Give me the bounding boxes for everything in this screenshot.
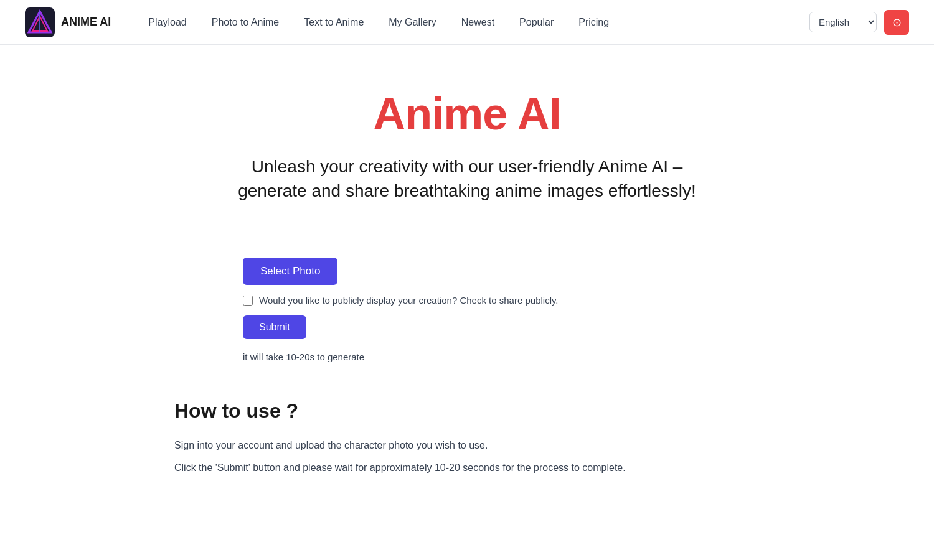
submit-button[interactable]: Submit (243, 315, 306, 339)
nav-link-playload[interactable]: Playload (148, 17, 186, 28)
how-to-use-section: How to use ? Sign into your account and … (125, 399, 809, 475)
public-share-row: Would you like to publicly display your … (243, 295, 559, 306)
language-select[interactable]: English Japanese Chinese Korean Spanish (809, 12, 877, 32)
login-button[interactable]: ⊙ (884, 10, 909, 35)
hero-section: Anime AI Unleash your creativity with ou… (0, 45, 934, 258)
public-share-checkbox[interactable] (243, 296, 253, 306)
select-photo-button[interactable]: Select Photo (243, 258, 337, 285)
nav-links: Playload Photo to Anime Text to Anime My… (148, 17, 809, 28)
nav-link-photo-to-anime[interactable]: Photo to Anime (212, 17, 280, 28)
list-item: Click the 'Submit' button and please wai… (174, 460, 760, 476)
navbar: ANIME AI Playload Photo to Anime Text to… (0, 0, 934, 45)
upload-form: Select Photo Would you like to publicly … (218, 258, 716, 362)
how-to-use-title: How to use ? (174, 399, 760, 422)
hero-subtitle: Unleash your creativity with our user-fr… (224, 154, 710, 203)
brand-logo-link[interactable]: ANIME AI (25, 7, 111, 37)
nav-link-my-gallery[interactable]: My Gallery (389, 17, 436, 28)
navbar-right: English Japanese Chinese Korean Spanish … (809, 10, 909, 35)
step-1-text: Sign into your account and upload the ch… (174, 440, 488, 450)
generate-note: it will take 10-20s to generate (243, 352, 364, 362)
public-share-label[interactable]: Would you like to publicly display your … (259, 295, 559, 306)
how-to-use-list: Sign into your account and upload the ch… (174, 437, 760, 475)
login-icon: ⊙ (892, 16, 902, 29)
nav-link-popular[interactable]: Popular (519, 17, 554, 28)
brand-name: ANIME AI (61, 16, 111, 29)
nav-link-pricing[interactable]: Pricing (578, 17, 609, 28)
list-item: Sign into your account and upload the ch… (174, 437, 760, 454)
step-2-text: Click the 'Submit' button and please wai… (174, 462, 626, 473)
hero-title: Anime AI (25, 88, 909, 139)
nav-link-newest[interactable]: Newest (461, 17, 494, 28)
brand-logo-icon (25, 7, 55, 37)
nav-link-text-to-anime[interactable]: Text to Anime (304, 17, 364, 28)
